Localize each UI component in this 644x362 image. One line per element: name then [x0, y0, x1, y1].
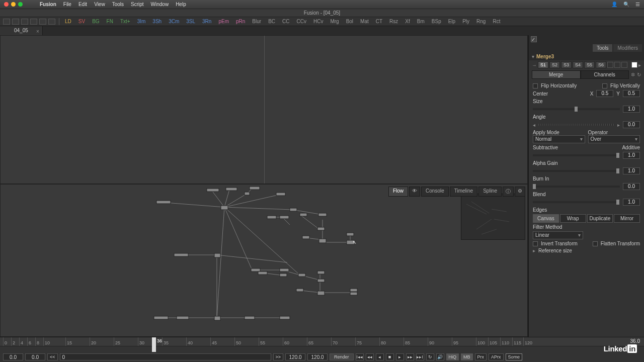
timeline-ruler[interactable]: 0246810152025303540455055606570758085909… [0, 337, 644, 352]
tool-fn[interactable]: FN [105, 19, 115, 24]
layout-btn-5[interactable] [39, 19, 46, 25]
slot-circle-icon[interactable] [607, 62, 613, 68]
tool-bsp[interactable]: BSp [430, 19, 443, 24]
play-back-icon[interactable]: ◂ [376, 353, 384, 360]
viewer-panel[interactable] [0, 35, 528, 184]
stop-icon[interactable]: ■ [386, 353, 394, 360]
alpha-gain-slider[interactable] [533, 170, 620, 172]
tool-ld[interactable]: LD [63, 19, 73, 24]
flip-h-checkbox[interactable] [533, 83, 538, 88]
frame-field[interactable]: 0 [60, 353, 271, 360]
menu-script[interactable]: Script [131, 2, 144, 7]
tool-blur[interactable]: Blur [250, 19, 263, 24]
angle-slider[interactable] [538, 124, 614, 126]
doc-tab[interactable]: 04_05 × [0, 26, 43, 35]
tool-ply[interactable]: Ply [460, 19, 471, 24]
tool-pem[interactable]: pEm [216, 19, 231, 24]
close-dot[interactable] [4, 2, 9, 7]
edge-duplicate[interactable]: Duplicate [587, 214, 613, 223]
slot-s1[interactable]: S1 [538, 61, 548, 68]
tool-rsz[interactable]: Rsz [387, 19, 400, 24]
chevron-down-icon[interactable]: ▾ [532, 54, 534, 59]
range-start[interactable]: 0.0 [3, 353, 23, 360]
inspector-toggle[interactable]: ✓ [531, 36, 537, 42]
step-back-icon[interactable]: ◂◂ [366, 353, 374, 360]
flatten-xf-checkbox[interactable] [593, 241, 598, 246]
blend-slider[interactable] [533, 201, 620, 203]
burnin-slider[interactable] [533, 186, 620, 188]
layout-btn-3[interactable] [21, 19, 28, 25]
slot-lock-icon[interactable] [614, 62, 620, 68]
color-swatch[interactable] [631, 62, 637, 68]
rewind-button[interactable]: << [47, 353, 58, 360]
size-field[interactable]: 1.0 [623, 106, 640, 113]
go-end-icon[interactable]: ▸▸I [416, 353, 424, 360]
subtab-channels[interactable]: Channels [581, 70, 629, 79]
menu-tools[interactable]: Tools [112, 2, 124, 7]
hiq-button[interactable]: HiQ [446, 353, 459, 360]
loop-icon[interactable]: ↻ [426, 353, 434, 360]
aprx-button[interactable]: APrx [489, 353, 504, 360]
menu-window[interactable]: Window [151, 2, 169, 7]
flow-tab-console[interactable]: Console [421, 187, 449, 197]
tool-xf[interactable]: Xf [403, 19, 412, 24]
node-graph[interactable]: ↖ [1, 185, 527, 336]
tool-3sh[interactable]: 3Sh [150, 19, 164, 24]
lock-icon[interactable] [48, 19, 55, 25]
tool-rng[interactable]: Rng [474, 19, 488, 24]
viewer-divider[interactable] [264, 36, 265, 184]
slot-trash-icon[interactable] [621, 62, 627, 68]
reset-icon[interactable]: ↻ [637, 72, 641, 77]
menu-icon[interactable]: ☰ [635, 2, 640, 7]
node-header[interactable]: ▾ Merge3 [529, 53, 644, 60]
tool-bg[interactable]: BG [90, 19, 101, 24]
angle-field[interactable]: 0.0 [623, 121, 640, 128]
out-field[interactable]: 120.0 [307, 353, 328, 360]
flow-tab-eye-icon[interactable]: 👁 [409, 187, 420, 197]
flow-panel[interactable]: Flow 👁 Console Timeline Spline ⓘ ⚙ [0, 184, 528, 337]
tab-tools[interactable]: Tools [593, 44, 612, 52]
flow-tab-info-icon[interactable]: ⓘ [503, 187, 514, 197]
alpha-gain-field[interactable]: 1.0 [623, 167, 640, 174]
minimize-dot[interactable] [11, 2, 16, 7]
mb-button[interactable]: MB [461, 353, 473, 360]
tool-mat[interactable]: Mat [358, 19, 371, 24]
slot-s3[interactable]: S3 [561, 61, 572, 68]
tool-prn[interactable]: pRn [234, 19, 247, 24]
edge-wrap[interactable]: Wrap [560, 214, 586, 223]
menu-edit[interactable]: Edit [78, 2, 87, 7]
playhead[interactable] [152, 337, 156, 352]
step-fwd-icon[interactable]: ▸▸ [406, 353, 414, 360]
render-button[interactable]: Render [330, 353, 354, 360]
layout-btn-4[interactable] [30, 19, 37, 25]
tool-ccv[interactable]: CCv [295, 19, 308, 24]
play-icon[interactable]: ▸ [396, 353, 404, 360]
apply-mode-dropdown[interactable]: Normal [533, 135, 585, 143]
zoom-dot[interactable] [18, 2, 23, 7]
some-button[interactable]: Some [506, 353, 523, 360]
gear-icon[interactable]: ✲ [631, 72, 635, 77]
slot-s6[interactable]: S6 [596, 61, 606, 68]
tool-cc[interactable]: CC [280, 19, 291, 24]
prx-button[interactable]: Prx [475, 353, 487, 360]
search-icon[interactable]: 🔍 [623, 2, 629, 7]
audio-icon[interactable]: 🔊 [436, 353, 444, 360]
tool-bol[interactable]: Bol [344, 19, 355, 24]
edge-mirror[interactable]: Mirror [614, 214, 640, 223]
slot-s2[interactable]: S2 [549, 61, 560, 68]
flow-tab-gear-icon[interactable]: ⚙ [515, 187, 525, 197]
invert-xf-checkbox[interactable] [533, 241, 538, 246]
menu-app[interactable]: Fusion [40, 2, 56, 7]
flow-tab-timeline[interactable]: Timeline [450, 187, 477, 197]
blend-field[interactable]: 1.0 [623, 199, 640, 206]
user-icon[interactable]: 👤 [611, 2, 617, 7]
tool-sv[interactable]: SV [76, 19, 87, 24]
tool-3rn[interactable]: 3Rn [200, 19, 213, 24]
go-start-icon[interactable]: I◂◂ [356, 353, 364, 360]
tool-3im[interactable]: 3Im [135, 19, 148, 24]
tool-3cm[interactable]: 3Cm [167, 19, 181, 24]
menu-help[interactable]: Help [176, 2, 186, 7]
tool-bc[interactable]: BC [266, 19, 277, 24]
burnin-field[interactable]: 0.0 [623, 183, 640, 190]
center-x-field[interactable]: 0.5 [596, 90, 613, 97]
